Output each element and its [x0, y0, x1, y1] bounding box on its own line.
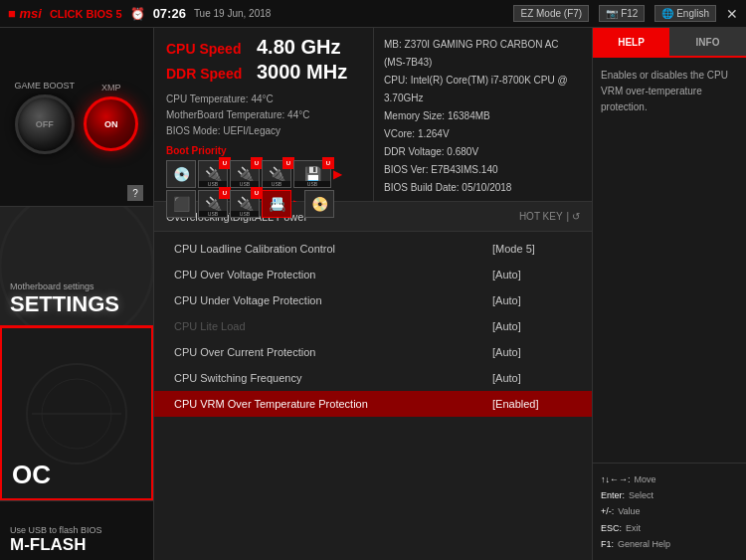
- right-panel: HELP INFO Enables or disables the CPU VR…: [592, 28, 746, 560]
- ddr-speed-value: 3000 MHz: [257, 61, 347, 84]
- info-tab[interactable]: INFO: [669, 28, 746, 56]
- sidebar-oc-item[interactable]: OC: [0, 326, 153, 500]
- oc-row-value: [Enabled]: [492, 398, 572, 410]
- oc-row[interactable]: CPU Under Voltage Protection[Auto]: [154, 287, 592, 313]
- oc-row-name: CPU VRM Over Temperature Protection: [174, 398, 492, 410]
- oc-row[interactable]: CPU Switching Frequency[Auto]: [154, 365, 592, 391]
- ddr-speed-row: DDR Speed 3000 MHz: [166, 61, 361, 84]
- close-button[interactable]: ✕: [726, 6, 738, 22]
- oc-table: CPU Loadline Calibration Control[Mode 5]…: [154, 232, 592, 560]
- hotkey-icon: | ↺: [567, 211, 580, 222]
- help-button[interactable]: ?: [127, 185, 143, 201]
- usb-label-3: USB: [263, 181, 290, 187]
- ddr-speed-label: DDR Speed: [166, 66, 251, 82]
- help-tab[interactable]: HELP: [593, 28, 669, 56]
- sidebar-settings-item[interactable]: Motherboard settings SETTINGS: [0, 207, 153, 326]
- time-display: 07:26: [153, 6, 186, 21]
- boot-device-1[interactable]: 💿: [166, 160, 196, 188]
- mflash-main-label: M-FLASH: [10, 535, 86, 555]
- oc-row-name: CPU Loadline Calibration Control: [174, 243, 492, 255]
- oc-row[interactable]: CPU Loadline Calibration Control[Mode 5]: [154, 236, 592, 262]
- mb-info: MB: Z370I GAMING PRO CARBON AC (MS-7B43): [384, 36, 582, 72]
- oc-panel: Overclocking\DigitALL Power HOT KEY | ↺ …: [154, 202, 592, 560]
- footer-hint-line: F1:General Help: [601, 536, 738, 552]
- right-footer: ↑↓←→:MoveEnter:Select+/-:ValueESC:ExitF1…: [593, 463, 746, 560]
- bios-ver-info: BIOS Ver: E7B43IMS.140: [384, 161, 582, 179]
- cpu-speed-label: CPU Speed: [166, 41, 251, 57]
- sd-card-icon: 📇: [269, 196, 285, 212]
- boot-arrow-1: ▶: [333, 167, 342, 181]
- oc-row-name: CPU Switching Frequency: [174, 372, 492, 384]
- boot-device-10[interactable]: 📀: [304, 190, 334, 218]
- flag-icon: 🌐: [661, 8, 673, 19]
- ez-mode-button[interactable]: EZ Mode (F7): [513, 5, 589, 22]
- help-text: Enables or disables the CPU VRM over-tem…: [601, 70, 728, 112]
- hotkey-label: HOT KEY: [519, 211, 563, 222]
- oc-row-name: CPU Under Voltage Protection: [174, 294, 492, 306]
- xmp-on-text: ON: [104, 119, 118, 129]
- boot-device-8[interactable]: 🔌 U USB: [230, 190, 260, 218]
- game-boost-area: GAME BOOST OFF: [15, 81, 76, 154]
- sidebar-mflash-item[interactable]: Use USB to flash BIOS M-FLASH: [0, 500, 153, 560]
- boot-device-4[interactable]: 🔌 U USB: [262, 160, 291, 188]
- boot-device-2[interactable]: 🔌 U USB: [198, 160, 228, 188]
- oc-row[interactable]: CPU Over Current Protection[Auto]: [154, 339, 592, 365]
- xmp-area: XMP ON: [84, 83, 138, 151]
- f12-button[interactable]: 📷 F12: [599, 5, 645, 22]
- vcore-info: VCore: 1.264V: [384, 125, 582, 143]
- system-info: CPU Temperature: 44°C MotherBoard Temper…: [166, 92, 361, 139]
- ddr-voltage-info: DDR Voltage: 0.680V: [384, 143, 582, 161]
- oc-row-value: [Auto]: [492, 346, 572, 358]
- game-boost-off-text: OFF: [36, 119, 54, 129]
- date-display: Tue 19 Jun, 2018: [194, 8, 271, 19]
- oc-row-name: CPU Lite Load: [174, 320, 492, 332]
- main-layout: GAME BOOST OFF XMP ON ? Motherboard sett…: [0, 28, 746, 560]
- game-boost-label: GAME BOOST: [15, 81, 76, 91]
- settings-sub-label: Motherboard settings: [10, 281, 94, 291]
- center-content: CPU Speed 4.80 GHz DDR Speed 3000 MHz CP…: [154, 28, 592, 560]
- boot-device-6[interactable]: ⬛: [166, 190, 196, 218]
- footer-hint-line: Enter:Select: [601, 487, 738, 503]
- badge-u-4: U: [322, 157, 334, 169]
- disk-icon-3: 📀: [311, 196, 328, 212]
- cpu-speed-row: CPU Speed 4.80 GHz: [166, 36, 361, 59]
- boot-device-5[interactable]: 💾 U USB: [293, 160, 331, 188]
- top-info-left: CPU Speed 4.80 GHz DDR Speed 3000 MHz CP…: [154, 28, 373, 201]
- key-hint: ESC:: [601, 520, 622, 536]
- xmp-knob[interactable]: ON: [84, 96, 138, 151]
- oc-row[interactable]: CPU Over Voltage Protection[Auto]: [154, 262, 592, 287]
- top-bar-left: ■ msi CLICK BIOS 5 ⏰ 07:26 Tue 19 Jun, 2…: [8, 6, 271, 21]
- top-bar: ■ msi CLICK BIOS 5 ⏰ 07:26 Tue 19 Jun, 2…: [0, 0, 746, 28]
- oc-hotkey: HOT KEY | ↺: [519, 211, 580, 222]
- cpu-info: CPU: Intel(R) Core(TM) i7-8700K CPU @ 3.…: [384, 72, 582, 107]
- key-hint: Enter:: [601, 487, 625, 503]
- xmp-label: XMP: [101, 83, 121, 93]
- oc-row-value: [Auto]: [492, 269, 572, 280]
- key-desc: General Help: [618, 536, 670, 552]
- boot-devices: 💿 🔌 U USB 🔌 U USB: [166, 160, 361, 218]
- oc-row-value: [Mode 5]: [492, 243, 572, 255]
- oc-row-value: [Auto]: [492, 372, 572, 384]
- key-desc: Exit: [626, 520, 641, 536]
- top-bar-right: EZ Mode (F7) 📷 F12 🌐 English ✕: [513, 5, 738, 22]
- oc-row[interactable]: CPU VRM Over Temperature Protection[Enab…: [154, 391, 592, 417]
- hdd-icon: 💾: [304, 166, 321, 182]
- memory-info: Memory Size: 16384MB: [384, 107, 582, 125]
- game-boost-knob[interactable]: OFF: [15, 94, 75, 154]
- usb-label-4: USB: [294, 181, 330, 187]
- mflash-sub-label: Use USB to flash BIOS: [10, 525, 102, 535]
- boot-device-3[interactable]: 🔌 U USB: [230, 160, 260, 188]
- boot-device-9[interactable]: 📇: [262, 190, 291, 218]
- cpu-temp: CPU Temperature: 44°C: [166, 92, 361, 107]
- footer-hint-line: ESC:Exit: [601, 520, 738, 536]
- boot-device-7[interactable]: 🔌 U USB: [198, 190, 228, 218]
- usb-label-5: USB: [199, 211, 227, 217]
- right-tabs: HELP INFO: [593, 28, 746, 56]
- oc-row[interactable]: CPU Lite Load[Auto]: [154, 313, 592, 339]
- key-desc: Value: [618, 503, 640, 519]
- key-hint: F1:: [601, 536, 614, 552]
- boot-priority-label: Boot Priority: [166, 145, 361, 156]
- bios-title: CLICK BIOS 5: [50, 8, 122, 20]
- language-button[interactable]: 🌐 English: [654, 5, 716, 22]
- camera-icon: 📷: [606, 8, 618, 19]
